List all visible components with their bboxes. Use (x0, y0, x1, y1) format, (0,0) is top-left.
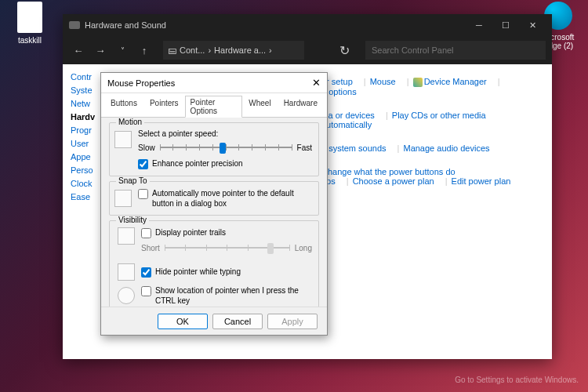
mouse-properties-dialog: Mouse Properties ✕ Buttons Pointers Poin… (100, 72, 328, 336)
tab-pointer-options[interactable]: Pointer Options (185, 96, 243, 118)
pointer-speed-slider[interactable] (160, 141, 292, 154)
trails-icon (118, 227, 135, 245)
refresh-button[interactable]: ↻ (332, 43, 356, 58)
tab-buttons[interactable]: Buttons (104, 96, 143, 117)
link-device-manager[interactable]: Device Manager (424, 77, 487, 86)
watermark: Go to Settings to activate Windows. (455, 376, 579, 384)
group-motion: Motion Select a pointer speed: Slow Fast… (109, 122, 319, 176)
link[interactable]: Manage audio devices (403, 143, 489, 153)
tabs: Buttons Pointers Pointer Options Wheel H… (101, 93, 327, 118)
link[interactable]: Change what the power buttons do (321, 167, 456, 176)
shield-icon (413, 78, 423, 87)
apply-button: Apply (267, 314, 318, 329)
titlebar: Hardware and Sound ─ ☐ ✕ (63, 14, 552, 36)
forward-button[interactable]: → (91, 45, 110, 56)
link-mouse[interactable]: Mouse (370, 77, 396, 86)
snap-icon (114, 190, 132, 207)
tab-pointers[interactable]: Pointers (143, 96, 185, 117)
show-ctrl-location-checkbox[interactable]: Show location of pointer when I press th… (141, 285, 312, 306)
maximize-button[interactable]: ☐ (492, 20, 519, 31)
window-title: Hardware and Sound (85, 20, 166, 30)
pointer-trails-checkbox[interactable]: Display pointer trails (141, 227, 312, 238)
dialog-titlebar: Mouse Properties ✕ (101, 73, 327, 93)
hide-typing-icon (118, 263, 135, 281)
breadcrumb[interactable]: 🖴 Cont...› Hardware a...› (163, 41, 304, 60)
icon-label: taskkill (6, 36, 53, 45)
dialog-close-button[interactable]: ✕ (312, 77, 321, 89)
device-icon: 🖴 (168, 45, 176, 55)
group-visibility: Visibility Display pointer trails Short … (109, 220, 319, 307)
up-button[interactable]: ↑ (135, 45, 154, 56)
pointer-icon (114, 131, 132, 148)
back-button[interactable]: ← (69, 45, 88, 56)
hide-while-typing-checkbox[interactable]: Hide pointer while typing (141, 267, 241, 278)
trail-length-slider (165, 241, 290, 254)
desktop-icon-taskkill[interactable]: taskkill (6, 2, 53, 45)
tab-hardware[interactable]: Hardware (278, 96, 324, 117)
link[interactable]: dia or devices (321, 111, 375, 120)
link[interactable]: e system sounds (321, 143, 387, 153)
link[interactable]: Choose a power plan (353, 176, 434, 186)
dialog-body: Motion Select a pointer speed: Slow Fast… (101, 118, 327, 307)
cancel-button[interactable]: Cancel (212, 314, 263, 329)
link[interactable]: Edit power plan (452, 176, 511, 186)
tab-wheel[interactable]: Wheel (242, 96, 277, 117)
ctrl-locate-icon (118, 287, 135, 304)
minimize-button[interactable]: ─ (466, 20, 492, 30)
recent-button[interactable]: ˅ (113, 46, 132, 55)
snap-to-checkbox[interactable]: Automatically move pointer to the defaul… (138, 188, 312, 209)
close-button[interactable]: ✕ (519, 20, 546, 31)
dialog-buttons: OK Cancel Apply (101, 307, 327, 335)
enhance-precision-checkbox[interactable]: Enhance pointer precision (138, 158, 312, 169)
speed-label: Select a pointer speed: (138, 129, 312, 138)
window-icon (69, 21, 80, 29)
ok-button[interactable]: OK (158, 314, 208, 329)
dialog-title: Mouse Properties (107, 78, 175, 88)
search-input[interactable] (365, 41, 546, 60)
file-icon (17, 2, 42, 33)
group-snap-to: Snap To Automatically move pointer to th… (109, 181, 319, 216)
navbar: ← → ˅ ↑ 🖴 Cont...› Hardware a...› ↻ (63, 36, 552, 64)
